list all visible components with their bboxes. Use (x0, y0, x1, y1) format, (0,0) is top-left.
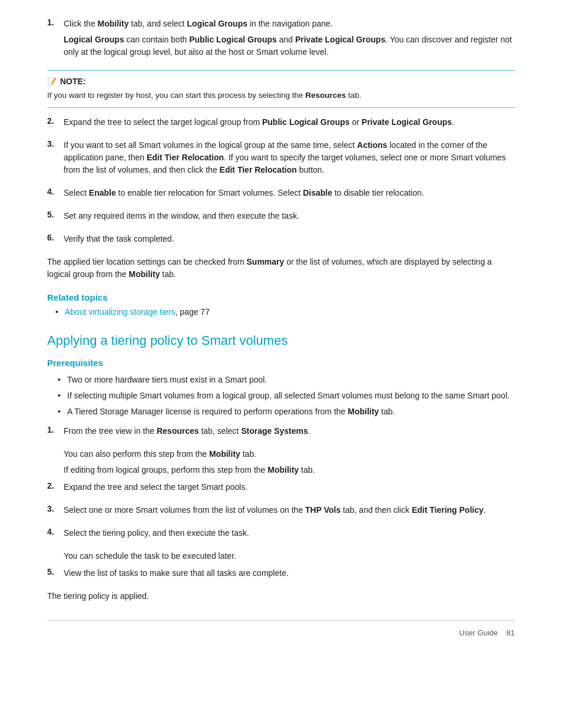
logical-groups-bold2: Logical Groups (64, 35, 124, 44)
disable-bold: Disable (303, 188, 332, 197)
footer-text: User Guide (459, 628, 498, 637)
page-content: 1. Click the Mobility tab, and select Lo… (0, 0, 562, 649)
enable-bold: Enable (89, 188, 116, 197)
step-3: 3. If you want to set all Smart volumes … (47, 139, 515, 180)
prerequisites-list: Two or more hardware tiers must exist in… (47, 374, 515, 418)
mobility-bold4: Mobility (348, 407, 379, 416)
prereq-step-2-content: Expand the tree and select the target Sm… (64, 481, 515, 497)
prereq-step-1-content: From the tree view in the Resources tab,… (64, 425, 515, 441)
step-4-number: 4. (47, 187, 58, 203)
step-1-content: Click the Mobility tab, and select Logic… (64, 18, 515, 62)
public-lg-bold: Public Logical Groups (262, 117, 350, 127)
prereq-closing: The tiering policy is applied. (47, 590, 515, 602)
thp-vols-bold: THP Vols (305, 505, 340, 515)
step-4-text: Select Enable to enable tier relocation … (64, 187, 515, 199)
prereq-step-3-number: 3. (47, 504, 58, 520)
related-topics-list: About virtualizing storage tiers, page 7… (47, 307, 515, 317)
footer: User Guide 81 (459, 628, 515, 637)
step-6-text: Verify that the task completed. (64, 233, 515, 245)
step-5: 5. Set any required items in the window,… (47, 210, 515, 226)
note-header: 📝 NOTE: (47, 77, 515, 86)
note-label: NOTE: (60, 77, 86, 86)
footer-page-num: 81 (507, 628, 515, 637)
public-logical-groups-bold: Public Logical Groups (189, 35, 277, 44)
prereq-step-1-text: From the tree view in the Resources tab,… (64, 425, 515, 437)
resources-bold-note: Resources (305, 91, 346, 100)
prereq-step-5: 5. View the list of tasks to make sure t… (47, 567, 515, 583)
mobility-bold5: Mobility (209, 449, 240, 459)
step-4: 4. Select Enable to enable tier relocati… (47, 187, 515, 203)
edit-tier-relocation-bold2: Edit Tier Relocation (220, 165, 297, 174)
actions-bold: Actions (357, 140, 387, 150)
private-lg-bold: Private Logical Groups (362, 117, 452, 127)
step-1-indent: Logical Groups can contain both Public L… (64, 34, 515, 58)
closing-para: The applied tier location settings can b… (47, 256, 515, 281)
prereq-step-4-content: Select the tiering policy, and then exec… (64, 527, 515, 543)
prereq-step-3-text: Select one or more Smart volumes from th… (64, 504, 515, 516)
edit-tiering-policy-bold: Edit Tiering Policy (412, 505, 484, 515)
step-1: 1. Click the Mobility tab, and select Lo… (47, 18, 515, 62)
private-logical-groups-bold: Private Logical Groups (295, 35, 385, 44)
prereq-step-1-indent1: You can also perform this step from the … (64, 448, 515, 460)
prereq-step-5-number: 5. (47, 567, 58, 583)
step-4-content: Select Enable to enable tier relocation … (64, 187, 515, 203)
section-heading: Applying a tiering policy to Smart volum… (47, 333, 515, 348)
mobility-bold3: Mobility (129, 269, 160, 279)
step-6-number: 6. (47, 233, 58, 249)
note-text: If you want to register by host, you can… (47, 90, 515, 101)
step-2: 2. Expand the tree to select the target … (47, 116, 515, 132)
step-5-text: Set any required items in the window, an… (64, 210, 515, 222)
prereq-step-3: 3. Select one or more Smart volumes from… (47, 504, 515, 520)
prereq-step-4-text: Select the tiering policy, and then exec… (64, 527, 515, 539)
related-topics-heading: Related topics (47, 292, 515, 302)
mobility-bold6: Mobility (267, 465, 299, 475)
prereq-step-1-number: 1. (47, 425, 58, 441)
prereq-item-3: A Tiered Storage Manager license is requ… (58, 406, 515, 418)
prereq-step-1-indent2: If editing from logical groups, perform … (64, 464, 515, 476)
prereq-step-2: 2. Expand the tree and select the target… (47, 481, 515, 497)
prereq-step-3-content: Select one or more Smart volumes from th… (64, 504, 515, 520)
prereq-step-2-number: 2. (47, 481, 58, 497)
step-6: 6. Verify that the task completed. (47, 233, 515, 249)
footer-divider (47, 620, 515, 621)
prereq-step-2-text: Expand the tree and select the target Sm… (64, 481, 515, 493)
resources-bold2: Resources (157, 426, 199, 436)
step-5-content: Set any required items in the window, an… (64, 210, 515, 226)
logical-groups-bold: Logical Groups (187, 19, 247, 28)
step-1-number: 1. (47, 18, 58, 62)
mobility-bold: Mobility (98, 19, 129, 28)
step-6-content: Verify that the task completed. (64, 233, 515, 249)
prereq-step-1: 1. From the tree view in the Resources t… (47, 425, 515, 441)
prereq-step-4-indent: You can schedule the task to be executed… (64, 550, 515, 562)
step-3-content: If you want to set all Smart volumes in … (64, 139, 515, 180)
edit-tier-relocation-bold: Edit Tier Relocation (147, 153, 224, 162)
note-icon: 📝 (47, 77, 57, 86)
prereq-step-4-number: 4. (47, 527, 58, 543)
related-topic-link[interactable]: About virtualizing storage tiers (65, 307, 176, 317)
step-3-number: 3. (47, 139, 58, 180)
note-box: 📝 NOTE: If you want to register by host,… (47, 70, 515, 108)
step-5-number: 5. (47, 210, 58, 226)
prereq-step-5-text: View the list of tasks to make sure that… (64, 567, 515, 579)
related-topic-item: About virtualizing storage tiers, page 7… (58, 307, 515, 317)
storage-systems-bold: Storage Systems (241, 426, 308, 436)
prereq-step-5-content: View the list of tasks to make sure that… (64, 567, 515, 583)
step-2-content: Expand the tree to select the target log… (64, 116, 515, 132)
summary-bold: Summary (247, 257, 285, 266)
prerequisites-heading: Prerequisites (47, 358, 515, 368)
step-2-number: 2. (47, 116, 58, 132)
related-topic-suffix: , page 77 (176, 307, 210, 317)
step-1-text: Click the Mobility tab, and select Logic… (64, 18, 515, 30)
step-3-text: If you want to set all Smart volumes in … (64, 139, 515, 176)
step-2-text: Expand the tree to select the target log… (64, 116, 515, 129)
prereq-step-4: 4. Select the tiering policy, and then e… (47, 527, 515, 543)
prereq-item-1: Two or more hardware tiers must exist in… (58, 374, 515, 386)
prereq-item-2: If selecting multiple Smart volumes from… (58, 390, 515, 402)
